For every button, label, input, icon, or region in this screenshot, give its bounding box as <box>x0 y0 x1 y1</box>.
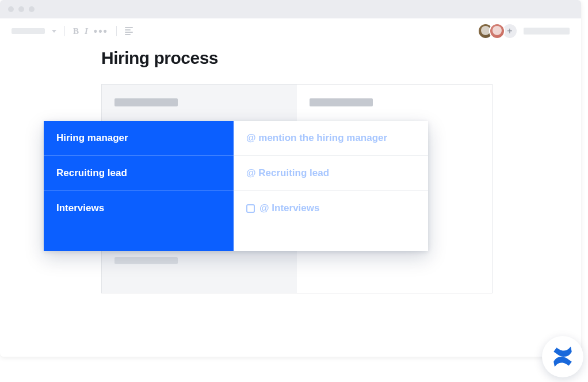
toolbar-right-group: + <box>478 23 570 39</box>
popup-labels-column: Hiring manager Recruiting lead Interview… <box>44 121 234 251</box>
toolbar-action-placeholder[interactable] <box>524 28 570 35</box>
toolbar-separator <box>64 26 65 36</box>
skeleton-text <box>114 98 178 106</box>
app-window: B I ••• + Hiring process <box>0 0 581 357</box>
italic-button[interactable]: I <box>85 26 88 36</box>
checkbox-icon[interactable] <box>246 204 255 213</box>
chevron-down-icon <box>52 30 56 33</box>
popup-values-column: @ mention the hiring manager @ Recruitin… <box>234 121 428 251</box>
window-maximize-button[interactable] <box>29 6 35 12</box>
popup-value-row[interactable]: @ Recruiting lead <box>234 156 428 191</box>
mention-placeholder: @ Recruiting lead <box>246 167 329 179</box>
popup-label-row[interactable]: Recruiting lead <box>44 156 234 191</box>
toolbar-separator <box>116 26 117 36</box>
window-titlebar <box>0 0 581 18</box>
mention-placeholder: @ Interviews <box>259 203 319 214</box>
align-left-icon[interactable] <box>125 27 133 35</box>
popup-label-row[interactable]: Interviews <box>44 191 234 251</box>
popup-label-row[interactable]: Hiring manager <box>44 121 234 156</box>
page-title[interactable]: Hiring process <box>101 48 553 68</box>
window-minimize-button[interactable] <box>18 6 24 12</box>
skeleton-text <box>310 98 373 106</box>
popup-value-row[interactable]: @ mention the hiring manager <box>234 121 428 156</box>
table-overlay-popup: Hiring manager Recruiting lead Interview… <box>44 121 428 251</box>
avatar[interactable] <box>489 23 505 39</box>
popup-value-row[interactable]: @ Interviews <box>234 191 428 251</box>
skeleton-text <box>114 257 178 264</box>
window-close-button[interactable] <box>8 6 14 12</box>
confluence-logo-icon[interactable] <box>542 336 583 377</box>
more-formatting-button[interactable]: ••• <box>94 29 108 33</box>
mention-placeholder: @ mention the hiring manager <box>246 132 387 144</box>
text-style-dropdown[interactable] <box>12 28 45 34</box>
collaborator-avatars: + <box>478 23 517 39</box>
toolbar-left-group: B I ••• <box>12 26 133 36</box>
editor-toolbar: B I ••• + <box>0 18 581 44</box>
bold-button[interactable]: B <box>73 26 79 36</box>
